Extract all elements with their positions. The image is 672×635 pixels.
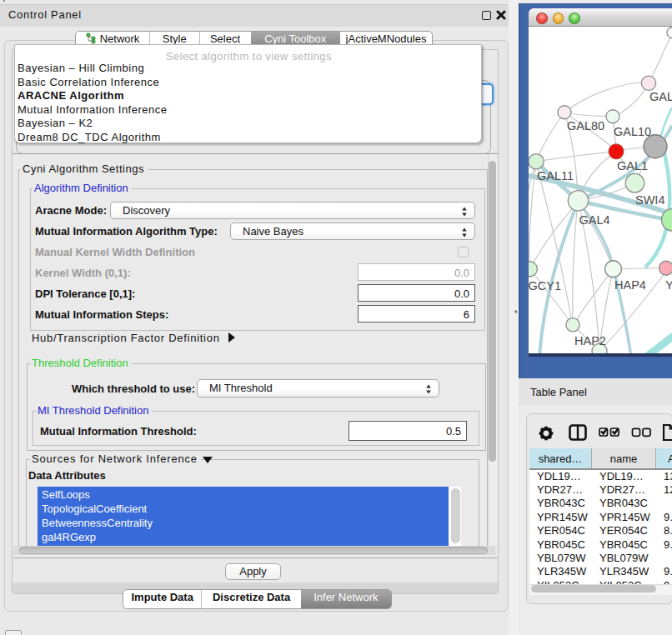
svg-text:GAL4: GAL4 [579, 213, 610, 227]
svg-text:SWI4: SWI4 [635, 193, 664, 207]
svg-text:HAP4: HAP4 [614, 278, 646, 291]
svg-text:GAL10: GAL10 [614, 124, 651, 138]
svg-text:GAL11: GAL11 [537, 169, 574, 182]
svg-text:HAP2: HAP2 [574, 333, 606, 347]
svg-text:GCY1: GCY1 [529, 279, 561, 292]
svg-text:GAL7: GAL7 [649, 89, 672, 102]
svg-text:GAL80: GAL80 [567, 118, 604, 132]
svg-text:GAL1: GAL1 [617, 159, 648, 172]
svg-text:Y: Y [665, 278, 672, 291]
